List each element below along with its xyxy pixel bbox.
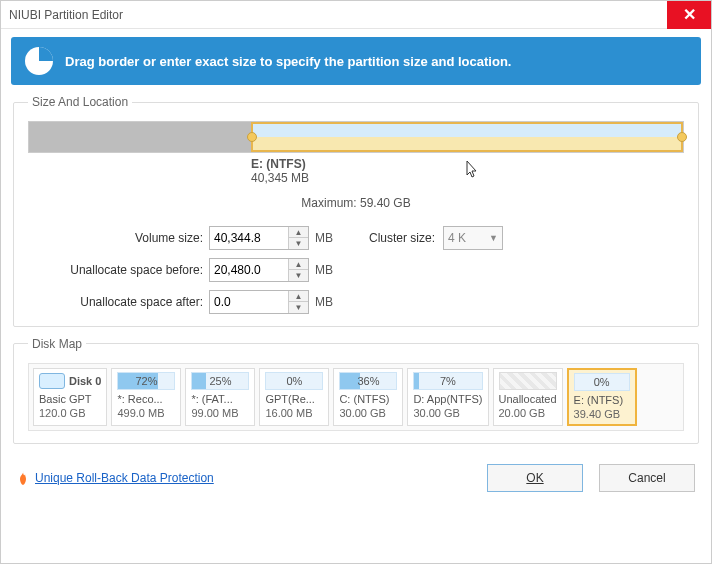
slider-handle-left[interactable]	[247, 132, 257, 142]
size-location-legend: Size And Location	[28, 95, 132, 109]
disk-tile-pct: 0%	[265, 372, 323, 390]
unalloc-after-input[interactable]: ▲ ▼	[209, 290, 309, 314]
ok-button-label: OK	[526, 471, 543, 485]
disk-tile-pct: 72%	[117, 372, 175, 390]
disk-tile-name: GPT(Re...	[265, 392, 323, 406]
label-unalloc-before: Unallocate space before:	[28, 263, 203, 277]
disk-tile-part-0[interactable]: 72%*: Reco...499.0 MB	[111, 368, 181, 427]
unalloc-after-up[interactable]: ▲	[289, 291, 308, 303]
cancel-button[interactable]: Cancel	[599, 464, 695, 492]
banner: Drag border or enter exact size to speci…	[11, 37, 701, 85]
partition-slider[interactable]	[28, 121, 684, 153]
slider-before[interactable]	[29, 122, 251, 152]
cluster-size-value: 4 K	[448, 231, 466, 245]
unalloc-before-down[interactable]: ▼	[289, 270, 308, 281]
disk-map-group: Disk Map Disk 0 Basic GPT 120.0 GB 72%*:…	[13, 337, 699, 445]
disk-type: Basic GPT	[39, 392, 101, 406]
rollback-link[interactable]: Unique Roll-Back Data Protection	[35, 471, 214, 485]
partition-size: 40,345 MB	[251, 171, 309, 185]
slider-label-row: E: (NTFS) 40,345 MB	[28, 157, 684, 186]
disk-tile-name: E: (NTFS)	[574, 393, 630, 407]
slider-partition[interactable]	[251, 122, 683, 152]
volume-size-down[interactable]: ▼	[289, 238, 308, 249]
unalloc-after-field[interactable]	[210, 291, 288, 313]
disk-name: Disk 0	[69, 374, 101, 388]
unit-mb-3: MB	[315, 295, 333, 309]
slider-handle-right[interactable]	[677, 132, 687, 142]
window-title: NIUBI Partition Editor	[9, 8, 123, 22]
slider-partition-label: E: (NTFS) 40,345 MB	[251, 157, 309, 186]
volume-size-input[interactable]: ▲ ▼	[209, 226, 309, 250]
disk-tile-name: Unallocated	[499, 392, 557, 406]
volume-size-field[interactable]	[210, 227, 288, 249]
unalloc-after-down[interactable]: ▼	[289, 302, 308, 313]
disk-tile-size: 39.40 GB	[574, 407, 630, 421]
label-volume-size: Volume size:	[28, 231, 203, 245]
disk-tile-size: 30.00 GB	[339, 406, 397, 420]
disk-tile-part-4[interactable]: 7%D: App(NTFS)30.00 GB	[407, 368, 488, 427]
pointer-cursor-icon	[461, 159, 481, 183]
disk-tile-size: 20.00 GB	[499, 406, 557, 420]
footer: Unique Roll-Back Data Protection OK Canc…	[1, 454, 711, 506]
chevron-down-icon: ▼	[489, 233, 498, 243]
disk-tile-pct: 36%	[339, 372, 397, 390]
disk-map-row: Disk 0 Basic GPT 120.0 GB 72%*: Reco...4…	[28, 363, 684, 432]
disk-tile-part-5[interactable]: Unallocated20.00 GB	[493, 368, 563, 427]
disk-map-legend: Disk Map	[28, 337, 86, 351]
unalloc-before-input[interactable]: ▲ ▼	[209, 258, 309, 282]
close-icon: ✕	[683, 5, 696, 24]
disk-tile-name: D: App(NTFS)	[413, 392, 482, 406]
label-cluster-size: Cluster size:	[369, 231, 435, 245]
close-button[interactable]: ✕	[667, 1, 711, 29]
disk-tile-name: C: (NTFS)	[339, 392, 397, 406]
disk-tile-disk0[interactable]: Disk 0 Basic GPT 120.0 GB	[33, 368, 107, 427]
unit-mb-2: MB	[315, 263, 333, 277]
disk-tile-pct: 0%	[574, 373, 630, 391]
size-location-group: Size And Location E: (NTFS) 40,345 MB Ma…	[13, 95, 699, 327]
banner-text: Drag border or enter exact size to speci…	[65, 54, 511, 69]
label-unalloc-after: Unallocate space after:	[28, 295, 203, 309]
partition-name: E: (NTFS)	[251, 157, 309, 171]
row-volume-size: Volume size: ▲ ▼ MB Cluster size: 4 K ▼	[28, 226, 684, 250]
disk-tile-name: *: Reco...	[117, 392, 175, 406]
disk-tile-part-1[interactable]: 25%*: (FAT...99.00 MB	[185, 368, 255, 427]
disk-tile-name: *: (FAT...	[191, 392, 249, 406]
titlebar: NIUBI Partition Editor ✕	[1, 1, 711, 29]
pie-icon	[25, 47, 53, 75]
cancel-button-label: Cancel	[628, 471, 665, 485]
unalloc-before-field[interactable]	[210, 259, 288, 281]
rollback-link-area[interactable]: Unique Roll-Back Data Protection	[17, 471, 214, 485]
flame-icon	[17, 471, 29, 485]
ok-button[interactable]: OK	[487, 464, 583, 492]
disk-tile-part-3[interactable]: 36%C: (NTFS)30.00 GB	[333, 368, 403, 427]
unit-mb-1: MB	[315, 231, 333, 245]
disk-size: 120.0 GB	[39, 406, 101, 420]
maximum-label: Maximum: 59.40 GB	[28, 196, 684, 210]
disk-icon	[39, 373, 65, 389]
row-unalloc-before: Unallocate space before: ▲ ▼ MB	[28, 258, 684, 282]
volume-size-up[interactable]: ▲	[289, 227, 308, 239]
row-unalloc-after: Unallocate space after: ▲ ▼ MB	[28, 290, 684, 314]
cluster-size-dropdown[interactable]: 4 K ▼	[443, 226, 503, 250]
disk-tile-pct	[499, 372, 557, 390]
disk-tile-size: 99.00 MB	[191, 406, 249, 420]
unalloc-before-up[interactable]: ▲	[289, 259, 308, 271]
disk-tile-size: 30.00 GB	[413, 406, 482, 420]
disk-tile-size: 499.0 MB	[117, 406, 175, 420]
disk-tile-part-2[interactable]: 0%GPT(Re...16.00 MB	[259, 368, 329, 427]
disk-tile-size: 16.00 MB	[265, 406, 323, 420]
disk-tile-part-6[interactable]: 0%E: (NTFS)39.40 GB	[567, 368, 637, 427]
disk-tile-pct: 7%	[413, 372, 482, 390]
disk-tile-pct: 25%	[191, 372, 249, 390]
